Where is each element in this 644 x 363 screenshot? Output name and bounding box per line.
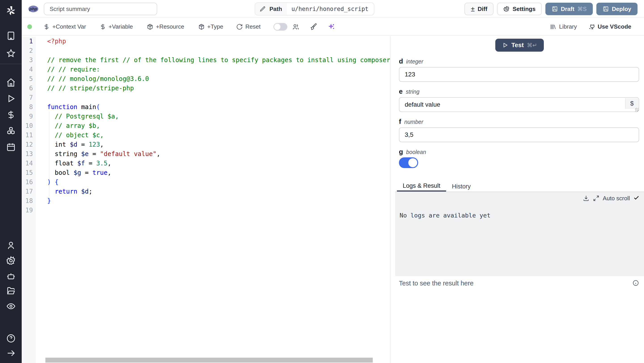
test-row: Test ⌘↵ [395, 36, 644, 52]
code-line[interactable]: // // require: [47, 65, 390, 74]
arg-type: number [404, 119, 423, 125]
sidebar-item-runs[interactable] [0, 92, 22, 105]
code-line[interactable]: // object $c, [47, 131, 390, 140]
arg-type: string [406, 88, 420, 95]
sidebar-item-schedules[interactable] [0, 141, 22, 153]
paintbrush-icon [310, 23, 317, 30]
deploy-button[interactable]: Deploy [596, 3, 638, 15]
sidebar-item-audit-logs[interactable] [0, 300, 22, 313]
line-number: 16 [22, 177, 33, 187]
arg-name: d [399, 57, 403, 65]
use-vscode-button[interactable]: Use VScode [588, 23, 631, 30]
draft-button[interactable]: Draft ⌘S [546, 3, 593, 15]
resize-grip[interactable] [635, 108, 639, 111]
arg-label-row: g boolean [399, 148, 639, 156]
check-icon[interactable] [633, 195, 640, 202]
expand-icon[interactable] [593, 195, 600, 202]
sidebar-item-variables[interactable] [0, 109, 22, 121]
star-icon [6, 48, 16, 58]
line-number: 4 [22, 65, 33, 74]
settings-button[interactable]: Settings [497, 3, 542, 15]
code-line[interactable]: int $d = 123, [47, 140, 390, 149]
code-line[interactable]: <?php [47, 37, 390, 46]
tab-history[interactable]: History [446, 181, 476, 192]
library-button[interactable]: Library [550, 23, 577, 30]
sidebar-item-settings[interactable] [0, 254, 22, 267]
arg-label-row: d integer [399, 57, 639, 65]
add-resource-button[interactable]: +Resource [147, 23, 184, 30]
dollar-icon [6, 110, 16, 120]
sidebar-item-account[interactable] [0, 239, 22, 252]
line-number: 12 [22, 140, 33, 149]
code-line[interactable]: // // monolog/monolog@3.6.0 [47, 74, 390, 84]
arg-e-input[interactable] [399, 97, 639, 112]
code-line[interactable] [47, 206, 390, 215]
code-line[interactable] [47, 46, 390, 55]
code-line[interactable]: // // stripe/stripe-php [47, 84, 390, 93]
code-line[interactable]: function main( [47, 102, 390, 112]
path-edit[interactable]: Path [255, 3, 287, 15]
arg-d-input[interactable] [399, 67, 639, 82]
sidebar-item-folders[interactable] [0, 285, 22, 297]
arg-label-row: f number [399, 118, 639, 125]
insert-variable-button[interactable]: $ [625, 98, 638, 109]
sidebar-item-favorites[interactable] [0, 47, 22, 60]
sidebar-item-resources[interactable] [0, 125, 22, 137]
arg-f-input[interactable] [399, 127, 639, 142]
code-line[interactable] [47, 93, 390, 102]
arg-g-toggle[interactable] [399, 157, 418, 168]
code-line[interactable]: return $d; [47, 187, 390, 196]
building-icon [6, 31, 16, 41]
download-icon[interactable] [583, 195, 590, 202]
add-context-var-label: +Context Var [52, 23, 86, 30]
sidebar-collapse-button[interactable] [0, 347, 22, 360]
multiplayer-button[interactable] [292, 23, 300, 30]
reset-label: Reset [245, 23, 260, 30]
result-tabs: Logs & Result History [395, 181, 644, 192]
pencil-icon [260, 6, 266, 12]
tab-logs-result[interactable]: Logs & Result [397, 181, 446, 192]
arg-field-d: d integer [399, 57, 639, 82]
code-line[interactable]: bool $g = true, [47, 168, 390, 177]
editor-code[interactable]: <?php// remove the first // of the follo… [47, 37, 390, 215]
ai-assist-button[interactable] [328, 23, 335, 30]
code-line[interactable]: } [47, 196, 390, 206]
add-context-var-button[interactable]: +Context Var [43, 23, 86, 30]
code-editor[interactable]: 12345678910111213141516171819 <?php// re… [22, 36, 390, 363]
sparkles-icon [328, 23, 335, 30]
horizontal-scrollbar[interactable] [46, 358, 373, 363]
sidebar-item-help[interactable] [0, 332, 22, 345]
path-group[interactable]: Path u/henri/honored_script [255, 2, 374, 15]
code-line[interactable]: // Postgresql $a, [47, 112, 390, 121]
code-line[interactable]: string $e = "default value", [47, 149, 390, 159]
test-button[interactable]: Test ⌘↵ [495, 39, 544, 52]
arg-field-f: f number [399, 118, 639, 142]
arg-label-row: e string [399, 88, 639, 95]
windmill-logo[interactable] [0, 0, 22, 21]
bot-icon [6, 271, 16, 281]
path-label: Path [270, 5, 282, 12]
use-vscode-label: Use VScode [598, 23, 631, 30]
info-icon[interactable] [632, 280, 639, 287]
assistant-toggle[interactable] [274, 23, 287, 31]
sidebar-item-home[interactable] [0, 76, 22, 89]
sidebar-item-workspace[interactable] [0, 29, 22, 42]
sidebar [0, 0, 22, 363]
diff-button[interactable]: ± Diff [464, 3, 494, 15]
reset-button[interactable]: Reset [236, 23, 260, 30]
add-type-button[interactable]: +Type [198, 23, 224, 30]
code-line[interactable]: ) { [47, 177, 390, 187]
code-line[interactable]: // array $b, [47, 121, 390, 131]
result-placeholder: Test to see the result here [399, 280, 474, 287]
code-line[interactable]: float $f = 3.5, [47, 159, 390, 168]
format-code-button[interactable] [310, 23, 317, 30]
arg-name: f [399, 118, 401, 125]
code-line[interactable]: // remove the first // of the following … [47, 55, 390, 65]
sidebar-item-workers[interactable] [0, 270, 22, 282]
line-number: 17 [22, 187, 33, 196]
summary-input[interactable] [44, 3, 157, 15]
add-variable-button[interactable]: +Variable [100, 23, 133, 30]
line-number: 5 [22, 74, 33, 84]
toolbar-right: Library Use VScode [550, 23, 644, 30]
auto-scroll-label[interactable]: Auto scroll [603, 195, 630, 202]
